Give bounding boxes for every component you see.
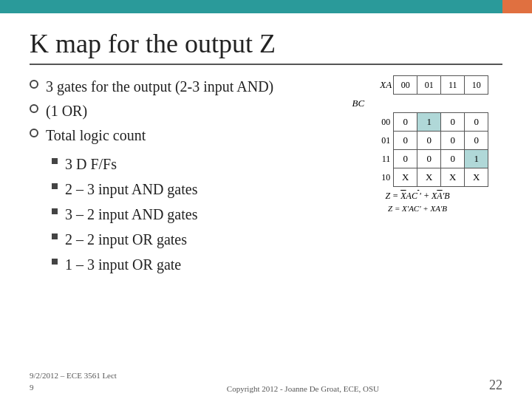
sub-bullet-sq-4 [52, 233, 58, 239]
kmap-table: XA 00 01 11 10 BC 00 0 1 [347, 75, 489, 187]
sub-bullet-4-text: 2 – 2 input OR gates [65, 228, 187, 250]
kmap-rh-11: 11 [347, 150, 394, 168]
bullet-circle-1 [30, 80, 38, 89]
bullet-3: Total logic count [30, 124, 318, 147]
footer-left-line2: 9 [30, 382, 117, 393]
kmap-cell-01-01: 0 [417, 132, 441, 150]
complement-x: X [400, 191, 406, 201]
complement-c [417, 191, 419, 201]
sub-bullet-3: 3 – 2 input AND gates [52, 203, 318, 225]
kmap-col-h-00: 00 [394, 76, 417, 95]
sub-bullet-sq-3 [52, 208, 58, 214]
main-bullet-list: 3 gates for the output (2-3 input AND) (… [30, 75, 318, 147]
slide-title: K map for the output Z [30, 28, 502, 65]
footer-right: 22 [489, 378, 502, 393]
kmap-cell-11-01: 0 [417, 150, 441, 168]
sub-bullet-4: 2 – 2 input OR gates [52, 228, 318, 250]
footer-center: Copyright 2012 - Joanne De Groat, ECE, O… [227, 384, 379, 393]
kmap-rh-10: 10 [347, 168, 394, 187]
kmap-cell-10-00: X [394, 168, 417, 187]
kmap-cell-11-10: 1 [465, 150, 488, 168]
kmap-col-h-10: 10 [465, 76, 488, 95]
footer-left-line1: 9/2/2012 – ECE 3561 Lect [30, 370, 117, 381]
kmap-cell-10-11: X [441, 168, 465, 187]
kmap-equation-text: Z = X'AC' + XA'B [332, 204, 502, 213]
kmap-cell-00-01: 1 [417, 113, 441, 132]
kmap-area: XA 00 01 11 10 BC 00 0 1 [332, 75, 502, 279]
kmap-col-h-01: 01 [417, 76, 441, 95]
kmap-cell-01-10: 0 [465, 132, 488, 150]
kmap-cell-01-11: 0 [441, 132, 465, 150]
kmap-spacer [370, 95, 394, 113]
kmap-cell-00-00: 0 [394, 113, 417, 132]
kmap-rh-01: 01 [347, 132, 394, 150]
sub-bullet-sq-2 [52, 183, 58, 189]
kmap-cell-10-01: X [417, 168, 441, 187]
kmap-rh-00: 00 [347, 113, 394, 132]
kmap-cell-00-11: 0 [441, 113, 465, 132]
footer-left: 9/2/2012 – ECE 3561 Lect 9 [30, 370, 117, 393]
kmap-bc-label: BC [347, 95, 370, 113]
kmap-header-row-0: XA 00 01 11 10 [347, 76, 488, 95]
sub-bullet-2: 2 – 3 input AND gates [52, 178, 318, 200]
bullet-2: (1 OR) [30, 100, 318, 123]
kmap-cell-11-00: 0 [394, 150, 417, 168]
kmap-cell-11-11: 0 [441, 150, 465, 168]
left-content: 3 gates for the output (2-3 input AND) (… [30, 75, 318, 279]
sub-bullet-sq-5 [52, 259, 58, 265]
kmap-cell-01-00: 0 [394, 132, 417, 150]
bullet-circle-3 [30, 129, 38, 137]
sub-bullet-sq-1 [52, 158, 58, 164]
sub-bullet-3-text: 3 – 2 input AND gates [65, 203, 197, 225]
sub-bullet-1-text: 3 D F/Fs [65, 153, 117, 175]
bullet-3-text: Total logic count [46, 124, 146, 147]
bullet-circle-2 [30, 104, 38, 113]
slide-container: K map for the output Z 3 gates for the o… [0, 13, 532, 399]
sub-bullet-2-text: 2 – 3 input AND gates [65, 178, 197, 200]
bullet-1: 3 gates for the output (2-3 input AND) [30, 75, 318, 98]
footer: 9/2/2012 – ECE 3561 Lect 9 Copyright 201… [0, 370, 532, 393]
kmap-col-h-11: 11 [441, 76, 465, 95]
kmap-cell-10-10: X [465, 168, 488, 187]
sub-bullet-list: 3 D F/Fs 2 – 3 input AND gates 3 – 2 inp… [52, 153, 318, 276]
sub-bullet-1: 3 D F/Fs [52, 153, 318, 175]
bullet-1-text: 3 gates for the output (2-3 input AND) [46, 75, 273, 98]
kmap-equation: Z = XAC ' + XA'B [332, 191, 502, 202]
bullet-2-text: (1 OR) [46, 100, 87, 123]
kmap-cell-00-10: 0 [465, 113, 488, 132]
sub-bullet-5: 1 – 3 input OR gate [52, 253, 318, 276]
content-area: 3 gates for the output (2-3 input AND) (… [30, 75, 502, 279]
top-right-accent [502, 0, 532, 13]
kmap-xa-label: XA [347, 76, 394, 95]
kmap-row-01: 01 0 0 0 0 [347, 132, 488, 150]
kmap-row-00: 00 0 1 0 0 [347, 113, 488, 132]
top-bar [0, 0, 532, 13]
kmap-row-11: 11 0 0 0 1 [347, 150, 488, 168]
kmap-row-10: 10 X X X X [347, 168, 488, 187]
sub-bullet-5-text: 1 – 3 input OR gate [65, 253, 181, 276]
complement-a: A [437, 191, 442, 201]
kmap-header-bc: BC [347, 95, 488, 113]
